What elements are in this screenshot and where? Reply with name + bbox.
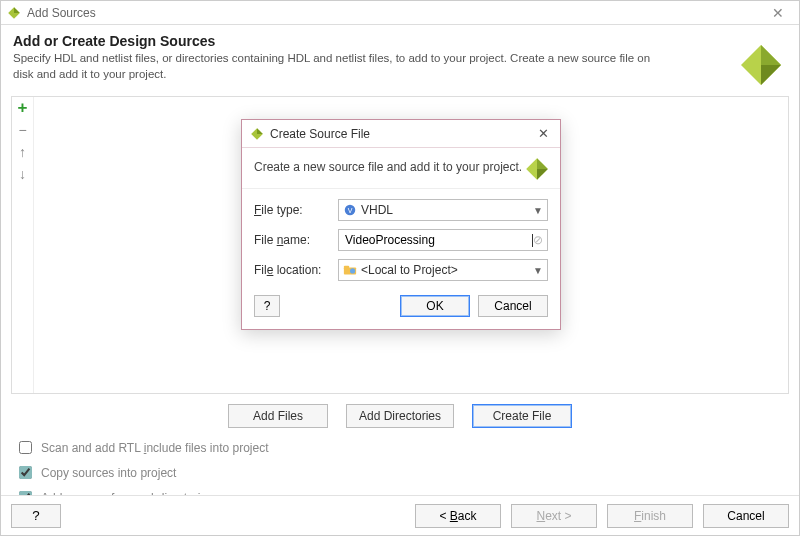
file-type-combo[interactable]: V VHDL ▼	[338, 199, 548, 221]
dialog-header: Create a new source file and add it to y…	[242, 148, 560, 188]
move-up-button[interactable]: ↑	[14, 143, 32, 161]
svg-rect-13	[344, 266, 349, 270]
add-files-button[interactable]: Add Files	[228, 404, 328, 428]
scan-include-checkbox[interactable]: Scan and add RTL include files into proj…	[15, 438, 785, 457]
file-type-label: File type:	[254, 203, 332, 217]
svg-marker-1	[14, 7, 20, 13]
titlebar: Add Sources ✕	[1, 1, 799, 25]
next-button[interactable]: Next >	[511, 504, 597, 528]
window-title: Add Sources	[27, 6, 763, 20]
wizard-footer: ? < Back Next > Finish Cancel	[1, 495, 799, 535]
add-sources-window: Add Sources ✕ Add or Create Design Sourc…	[0, 0, 800, 536]
cancel-button[interactable]: Cancel	[703, 504, 789, 528]
file-location-label: File location:	[254, 263, 332, 277]
clear-input-icon[interactable]: ⊘	[533, 233, 543, 247]
help-button[interactable]: ?	[11, 504, 61, 528]
create-file-button[interactable]: Create File	[472, 404, 572, 428]
folder-icon	[343, 263, 357, 277]
chevron-down-icon: ▼	[533, 205, 543, 216]
move-down-button[interactable]: ↓	[14, 165, 32, 183]
scan-include-input[interactable]	[19, 441, 32, 454]
dialog-help-button[interactable]: ?	[254, 295, 280, 317]
dialog-logo-icon	[524, 156, 550, 182]
chevron-down-icon: ▼	[533, 265, 543, 276]
dialog-cancel-button[interactable]: Cancel	[478, 295, 548, 317]
file-type-value: VHDL	[361, 203, 533, 217]
add-directories-button[interactable]: Add Directories	[346, 404, 454, 428]
svg-marker-6	[257, 128, 263, 134]
svg-marker-9	[537, 169, 548, 180]
vivado-logo-icon	[737, 41, 785, 89]
back-button[interactable]: < Back	[415, 504, 501, 528]
file-location-combo[interactable]: <Local to Project> ▼	[338, 259, 548, 281]
file-name-label: File name:	[254, 233, 332, 247]
dialog-description: Create a new source file and add it to y…	[254, 160, 522, 174]
app-icon	[7, 6, 21, 20]
svg-marker-4	[761, 65, 781, 85]
file-location-value: <Local to Project>	[361, 263, 533, 277]
dialog-app-icon	[250, 127, 264, 141]
create-source-file-dialog: Create Source File ✕ Create a new source…	[241, 119, 561, 330]
copy-sources-label: Copy sources into project	[41, 466, 176, 480]
file-name-input[interactable]	[343, 232, 532, 248]
dialog-close-icon[interactable]: ✕	[534, 126, 552, 141]
dialog-form: File type: V VHDL ▼ File name: ⊘ File lo…	[242, 189, 560, 287]
mid-button-row: Add Files Add Directories Create File	[1, 404, 799, 428]
wizard-header: Add or Create Design Sources Specify HDL…	[1, 25, 799, 92]
finish-button[interactable]: Finish	[607, 504, 693, 528]
remove-source-button[interactable]: −	[14, 121, 32, 139]
dialog-footer: ? OK Cancel	[242, 287, 560, 329]
file-name-field[interactable]: ⊘	[338, 229, 548, 251]
svg-point-14	[350, 268, 355, 273]
scan-include-label: Scan and add RTL include files into proj…	[41, 441, 269, 455]
dialog-titlebar: Create Source File ✕	[242, 120, 560, 148]
copy-sources-checkbox[interactable]: Copy sources into project	[15, 463, 785, 482]
ok-button[interactable]: OK	[400, 295, 470, 317]
vhdl-type-icon: V	[343, 203, 357, 217]
dialog-title: Create Source File	[270, 127, 534, 141]
page-title: Add or Create Design Sources	[13, 33, 785, 49]
svg-marker-8	[537, 158, 548, 169]
svg-marker-3	[761, 45, 781, 65]
copy-sources-input[interactable]	[19, 466, 32, 479]
side-toolbar: + − ↑ ↓	[12, 97, 34, 393]
close-icon[interactable]: ✕	[763, 5, 793, 21]
page-description: Specify HDL and netlist files, or direct…	[13, 51, 653, 82]
svg-text:V: V	[348, 207, 353, 214]
add-source-button[interactable]: +	[14, 99, 32, 117]
